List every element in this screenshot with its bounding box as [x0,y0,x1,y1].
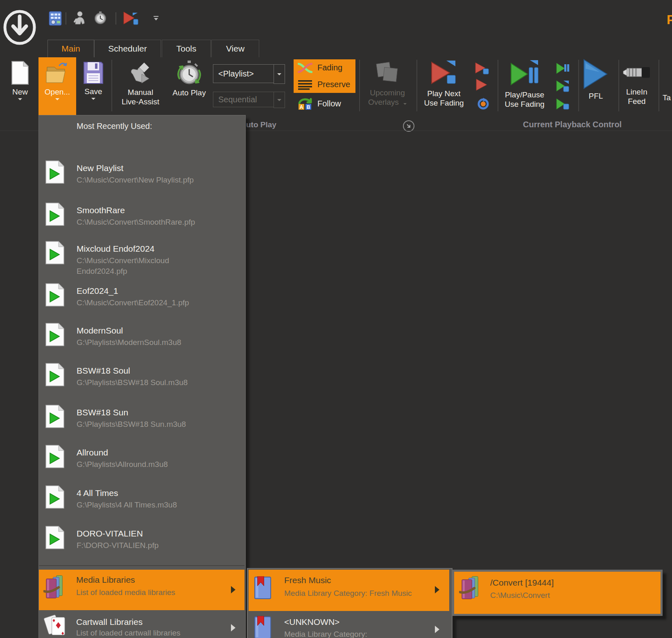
menu-separator [39,565,244,566]
tab-main[interactable]: Main [48,40,94,57]
caret-down-icon [277,99,281,101]
mru-path: C:\Music\Convert\Eof2024_1.pfp [77,298,189,308]
menu-item-title: Cartwall Libraries [76,617,143,627]
pfl-button[interactable]: PFL [581,57,611,114]
mru-item-bsw18-soul[interactable]: BSW#18 Soul G:\Playlists\BSW#18 Soul.m3u… [45,363,188,388]
upcoming-overlays-button: Upcoming Overlays [362,57,412,114]
remote-device-icon[interactable] [48,11,62,26]
new-button[interactable]: New [4,57,36,114]
mru-item-4-all-times[interactable]: 4 All Times G:\Playlists\4 All Times.m3u… [45,485,177,510]
sequence-combo-arrow [274,92,285,108]
playlist-file-icon [45,323,65,347]
fading-preserve-toggle-group: Fading Preserve [294,59,355,93]
mru-item-bsw18-sun[interactable]: BSW#18 Sun G:\Playlists\BSW#18 Sun.m3u8 [45,405,186,430]
submenu-arrow-icon [435,626,439,633]
ribbon-group-separator [498,60,498,111]
mru-path: G:\Playlists\ModernSoul.m3u8 [77,337,181,348]
playlist-file-icon [45,485,65,509]
play-next-small-button-icon[interactable] [475,62,489,75]
mru-title: DORO-VITALIEN [77,528,158,539]
tab-tools[interactable]: Tools [162,40,211,57]
mru-title: Mixcloud Endof2024 [77,243,220,254]
repeat-refresh-button-icon[interactable] [477,97,490,110]
playlist-combo[interactable]: <Playlist> [213,64,274,83]
mru-item-new-playlist[interactable]: New Playlist C:\Music\Convert\New Playli… [45,160,194,185]
new-dropdown-caret-icon[interactable] [18,98,22,100]
tab-main-label: Main [61,44,80,54]
submenu-item-convert-library[interactable]: /Convert [19444] C:\Music\Convert [454,572,661,614]
preserve-toggle[interactable]: Preserve [294,76,355,93]
live-assist-person-icon[interactable] [73,11,86,25]
fading-label: Fading [317,63,342,72]
mru-item-mixcloud-endof2024[interactable]: Mixcloud Endof2024 C:\Music\Convert\Mixc… [45,241,220,277]
linein-feed-button[interactable]: LineIn Feed [620,57,654,114]
menu-item-media-libraries[interactable]: Media Libraries List of loaded media lib… [39,570,244,610]
menu-item-subtitle: List of loaded media libraries [76,588,175,597]
mru-item-modernsoul[interactable]: ModernSoul G:\Playlists\ModernSoul.m3u8 [45,323,181,348]
playlist-file-icon [45,445,65,469]
mru-path: G:\Playlists\BSW#18 Sun.m3u8 [77,419,186,430]
open-button-label: Open... [38,87,76,97]
playlist-combo-value: <Playlist> [218,69,254,79]
mru-title: ModernSoul [77,325,181,336]
play-next-use-fading-button[interactable]: Play Next Use Fading [420,57,468,114]
mru-item-doro-vitalien[interactable]: DORO-VITALIEN F:\DORO-VITALIEN.pfp [45,526,158,551]
menu-item-cartwall-libraries[interactable]: Cartwall Libraries List of loaded cartwa… [39,612,244,638]
save-dropdown-caret-icon[interactable] [91,98,95,100]
submenu-item-title: /Convert [19444] [490,577,554,588]
open-folder-icon [45,61,69,85]
svg-text:B: B [307,104,310,110]
library-books-icon [459,575,482,600]
submenu-item-unknown-category[interactable]: <UNKNOWN> Media Library Category: [249,613,449,638]
mru-path: G:\Playlists\Allround.m3u8 [77,459,168,470]
tab-scheduler[interactable]: Scheduler [94,40,161,57]
playlist-file-icon [45,203,65,226]
toolbar-overflow-chevron-icon[interactable] [152,16,160,21]
submenu-arrow-icon [435,586,439,593]
tab-view[interactable]: View [211,40,259,57]
mru-path: G:\Playlists\BSW#18 Soul.m3u8 [77,377,188,388]
ribbon-group-separator [658,60,659,111]
mru-item-smoothrare[interactable]: SmoothRare C:\Music\Convert\SmoothRare.p… [45,203,195,228]
stop-small-button-icon[interactable] [556,98,569,110]
media-category-book-icon [254,616,272,638]
tab-tools-label: Tools [176,44,196,54]
preserve-label: Preserve [317,80,350,89]
category-library-submenu: /Convert [19444] C:\Music\Convert [452,570,663,616]
open-button[interactable]: Open... [38,57,76,115]
truncated-button-label[interactable]: Ta [663,93,671,102]
playlist-file-icon [45,405,65,428]
media-category-book-icon [254,576,272,600]
open-dropdown-caret-icon[interactable] [55,98,59,100]
submenu-arrow-icon [231,624,235,631]
mru-item-allround[interactable]: Allround G:\Playlists\Allround.m3u8 [45,445,168,470]
mru-path: C:\Music\Convert\SmoothRare.pfp [77,217,195,228]
mru-item-eof2024-1[interactable]: Eof2024_1 C:\Music\Convert\Eof2024_1.pfp [45,283,189,308]
group-dialog-launcher[interactable] [403,120,414,132]
mru-path: G:\Playlists\4 All Times.m3u8 [77,500,177,510]
follow-ab-icon: A B [298,97,312,110]
submenu-item-fresh-music[interactable]: Fresh Music Media Library Category: Fres… [249,570,449,611]
stop-next-small-button-icon[interactable] [556,80,569,93]
follow-toggle[interactable]: A B Follow [294,95,360,112]
auto-play-button[interactable]: Auto Play [167,57,211,114]
pause-small-button-icon[interactable] [556,63,569,75]
playlist-combo-arrow[interactable] [274,64,285,84]
save-floppy-icon [83,61,104,85]
play-pause-use-fading-button[interactable]: Play/Pause Use Fading [500,57,549,114]
player-playlist-icon[interactable] [123,11,139,27]
app-logo-icon[interactable] [3,10,36,45]
group-label-playback: Current Playback Control [523,120,622,129]
tab-scheduler-label: Scheduler [108,44,147,54]
manual-live-assist-button[interactable]: Manual Live-Assist [118,57,163,114]
overlays-icon [374,61,401,86]
mru-path: C:\Music\Convert\Mixcloud Endof2024.pfp [77,255,220,277]
play-small-button-icon[interactable] [475,78,489,91]
overlays-label-line2: Overlays [368,98,399,106]
scheduler-clock-icon[interactable] [93,11,107,25]
save-button[interactable]: Save [79,57,108,114]
play-pause-icon [510,59,539,88]
menu-item-title: Media Libraries [76,575,135,585]
fading-toggle[interactable]: Fading [294,59,355,76]
sequence-combo: Sequential [213,92,274,107]
